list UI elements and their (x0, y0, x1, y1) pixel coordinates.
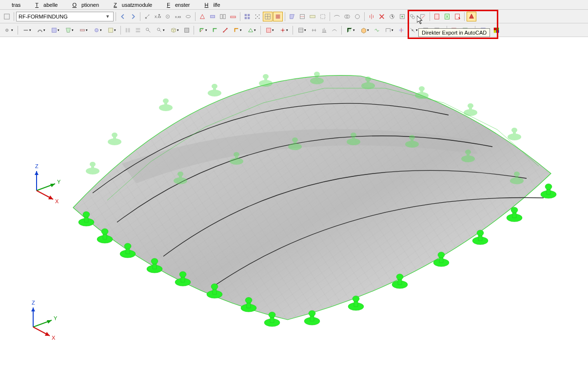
tb-btn[interactable] (182, 25, 192, 35)
svg-point-74 (365, 77, 371, 81)
tb-btn[interactable] (220, 25, 230, 35)
tb-btn[interactable] (2, 12, 12, 21)
tb-btn[interactable] (142, 12, 152, 21)
tb-btn[interactable] (123, 25, 133, 35)
separator (364, 12, 365, 21)
menubar: tras Tabelle Optionen Zusatzmodule Fenst… (0, 0, 588, 10)
tb-btn[interactable]: ▾ (105, 25, 118, 35)
tb-btn[interactable]: ▾ (20, 25, 34, 35)
menu-tabelle[interactable]: Tabelle (30, 1, 67, 9)
svg-point-104 (124, 243, 131, 249)
tb-btn[interactable]: x.xx (173, 12, 183, 21)
tb-btn[interactable] (318, 12, 328, 21)
tb-btn[interactable] (372, 25, 382, 35)
svg-point-49 (226, 28, 228, 29)
tb-btn[interactable]: ▾ (245, 25, 258, 35)
tb-btn[interactable] (163, 12, 173, 21)
forward-button[interactable] (128, 12, 138, 21)
tb-btn[interactable] (396, 25, 406, 35)
svg-point-2 (149, 14, 150, 15)
tb-btn[interactable] (377, 12, 387, 21)
svg-point-20 (259, 18, 260, 19)
tb-btn[interactable]: ▾ (231, 25, 244, 35)
tb-btn[interactable]: X.xx (153, 12, 162, 21)
tb-btn[interactable] (442, 12, 452, 21)
menu-optionen[interactable]: Optionen (67, 1, 109, 9)
svg-point-68 (212, 84, 217, 89)
tb-btn[interactable] (342, 12, 352, 21)
svg-rect-0 (4, 14, 10, 19)
tb-btn[interactable] (319, 25, 329, 35)
tb-btn[interactable]: ▾ (295, 25, 309, 35)
tb-btn[interactable]: ▾ (48, 25, 62, 35)
tb-btn[interactable]: ▾ (277, 25, 291, 35)
svg-point-17 (255, 14, 256, 15)
svg-point-88 (409, 135, 415, 140)
tb-btn[interactable] (287, 12, 297, 21)
tb-btn[interactable]: ▾ (34, 25, 48, 35)
color-swatch-icon[interactable] (491, 25, 501, 35)
menu-hilfe[interactable]: Hilfe (200, 1, 230, 9)
separator (195, 12, 196, 21)
viewport[interactable]: Z Y X Z Y X (0, 37, 588, 366)
tb-btn[interactable] (309, 25, 319, 35)
tb-btn[interactable]: ▾ (358, 25, 372, 35)
tb-btn[interactable] (197, 12, 207, 21)
tb-btn[interactable] (143, 25, 153, 35)
cursor-icon (417, 16, 425, 25)
svg-rect-14 (248, 14, 250, 16)
tb-btn[interactable]: ▾ (382, 25, 396, 35)
svg-point-108 (179, 271, 186, 277)
svg-rect-33 (435, 14, 439, 19)
tb-btn[interactable] (253, 12, 262, 21)
tb-btn[interactable]: ▾ (91, 25, 104, 35)
tb-btn[interactable] (183, 12, 193, 21)
tb-btn[interactable] (308, 12, 317, 21)
tb-btn[interactable] (228, 12, 238, 21)
tb-btn[interactable]: ▾ (344, 25, 357, 35)
svg-point-19 (255, 18, 256, 19)
tb-btn-active[interactable] (263, 12, 273, 21)
tb-btn[interactable] (452, 12, 462, 21)
tb-btn[interactable] (208, 12, 217, 21)
menu-zusatzmodule[interactable]: Zusatzmodule (109, 1, 162, 9)
menu-extras[interactable]: tras (2, 1, 30, 9)
tb-btn[interactable] (297, 12, 307, 21)
tb-btn[interactable] (330, 25, 339, 35)
tb-btn[interactable]: ▾ (77, 25, 90, 35)
svg-rect-62 (496, 27, 499, 30)
tb-btn[interactable] (387, 12, 397, 21)
tb-btn[interactable]: ▾ (154, 25, 167, 35)
tb-btn[interactable] (133, 25, 143, 35)
svg-point-110 (211, 284, 218, 289)
tb-btn[interactable] (242, 12, 252, 21)
svg-rect-61 (494, 27, 496, 30)
tb-btn[interactable]: ▾ (62, 25, 76, 35)
pdf-icon[interactable] (432, 12, 442, 21)
tb-btn[interactable]: ▾ (263, 25, 276, 35)
svg-point-36 (6, 29, 8, 31)
svg-point-90 (419, 86, 425, 91)
tb-btn[interactable] (353, 12, 362, 21)
autocad-export-button[interactable] (467, 12, 476, 21)
box-icon[interactable]: ▾ (168, 25, 181, 35)
tb-btn[interactable] (210, 25, 220, 35)
tb-btn[interactable] (332, 12, 342, 21)
tb-btn[interactable] (408, 12, 417, 21)
svg-rect-63 (494, 30, 496, 33)
tb-btn[interactable] (397, 12, 407, 21)
tb-btn[interactable] (218, 12, 228, 21)
svg-point-8 (186, 15, 191, 18)
menu-fenster[interactable]: Fenster (162, 1, 199, 9)
svg-rect-50 (267, 28, 271, 32)
tb-btn[interactable]: ▾ (196, 25, 210, 35)
back-button[interactable] (118, 12, 128, 21)
svg-point-118 (353, 296, 359, 302)
mirror-icon[interactable] (367, 12, 376, 21)
tb-btn-active[interactable] (273, 12, 283, 21)
module-combo-value: RF-FORMFINDUNG (19, 14, 68, 19)
module-combo[interactable]: RF-FORMFINDUNG ▾ (16, 12, 114, 21)
svg-rect-13 (245, 14, 247, 16)
tb-btn[interactable]: ▾ (2, 25, 16, 35)
svg-marker-133 (50, 184, 55, 187)
